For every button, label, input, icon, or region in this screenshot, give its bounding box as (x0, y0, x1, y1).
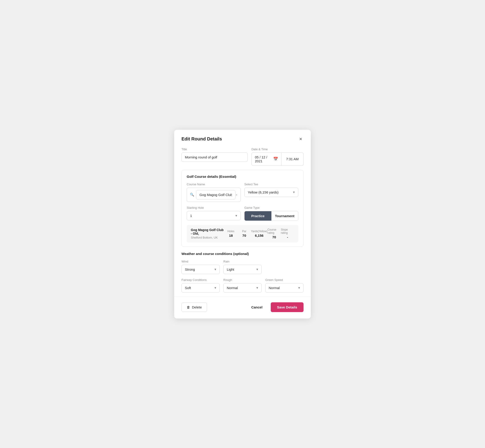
course-rating-label: Course rating (267, 228, 281, 234)
course-name-group: Course Name 🔍 × (187, 183, 241, 202)
game-type-group: Game Type Practice Tournament (244, 206, 298, 221)
select-tee-wrapper: Yellow (6,156 yards) White (6,700 yards)… (244, 188, 298, 197)
fairway-label: Fairway Conditions (181, 278, 220, 282)
hole-gametype-row: Starting Hole 1234 5678 910 ▼ Game Type … (187, 206, 298, 221)
course-name-input[interactable] (196, 190, 235, 200)
rough-group: Rough SoftNormal HardVery Hard ▼ (223, 278, 262, 293)
trash-icon: 🗑 (187, 305, 190, 309)
fairway-group: Fairway Conditions SoftNormal HardVery H… (181, 278, 220, 293)
green-speed-group: Green Speed SlowNormal FastVery Fast ▼ (265, 278, 304, 293)
course-info-card: Gog Magog Golf Club - Old, Shelford Bott… (187, 225, 298, 242)
fairway-dropdown[interactable]: SoftNormal HardVery Hard (181, 283, 220, 293)
wind-group: Wind CalmLightModerate StrongVery Strong… (181, 260, 220, 274)
cancel-button[interactable]: Cancel (247, 303, 267, 312)
starting-hole-dropdown[interactable]: 1234 5678 910 (187, 211, 241, 220)
delete-button[interactable]: 🗑 Delete (181, 303, 207, 312)
delete-label: Delete (192, 305, 202, 309)
rain-group: Rain NoneLight ModerateHeavy ▼ (223, 260, 262, 274)
game-type-toggle: Practice Tournament (244, 211, 298, 221)
course-name-display: Gog Magog Golf Club - Old, (191, 228, 224, 235)
starting-hole-label: Starting Hole (187, 206, 241, 209)
calendar-icon: 📅 (273, 157, 278, 161)
datetime-label: Date & Time (251, 147, 304, 151)
select-tee-dropdown[interactable]: Yellow (6,156 yards) White (6,700 yards)… (244, 188, 298, 197)
modal-header: Edit Round Details × (181, 136, 304, 142)
footer-right: Cancel Save Details (247, 302, 304, 312)
close-button[interactable]: × (298, 136, 304, 142)
starting-hole-group: Starting Hole 1234 5678 910 ▼ (187, 206, 241, 221)
par-label: Par (242, 230, 246, 233)
green-speed-label: Green Speed (265, 278, 304, 282)
title-datetime-row: Title Date & Time 05 / 12 / 2021 📅 7:31 … (181, 147, 304, 166)
course-rating-value: 70 (272, 235, 276, 239)
par-stat: Par 70 (237, 230, 251, 237)
rough-wrapper: SoftNormal HardVery Hard ▼ (223, 283, 262, 293)
time-value: 7:31 AM (286, 157, 299, 161)
date-value: 05 / 12 / 2021 (255, 155, 273, 163)
holes-value: 18 (229, 233, 233, 237)
yards-stat: Yards(Yellow) 6,156 (251, 230, 267, 237)
wind-rain-row: Wind CalmLightModerate StrongVery Strong… (181, 260, 304, 274)
green-speed-wrapper: SlowNormal FastVery Fast ▼ (265, 283, 304, 293)
clear-course-icon[interactable]: × (235, 193, 237, 197)
rain-dropdown[interactable]: NoneLight ModerateHeavy (223, 265, 262, 274)
slope-rating-value: - (287, 235, 288, 239)
datetime-group: Date & Time 05 / 12 / 2021 📅 7:31 AM (251, 147, 304, 166)
tournament-button[interactable]: Tournament (271, 211, 298, 221)
game-type-label: Game Type (244, 206, 298, 209)
select-tee-group: Select Tee Yellow (6,156 yards) White (6… (244, 183, 298, 202)
slope-rating-label: Slope rating (281, 228, 294, 234)
slope-rating-stat: Slope rating - (281, 228, 294, 239)
search-icon: 🔍 (190, 192, 194, 197)
yards-value: 6,156 (255, 233, 264, 237)
par-value: 70 (242, 233, 246, 237)
course-name-input-wrapper: 🔍 × (187, 188, 241, 202)
title-group: Title (181, 147, 248, 166)
save-button[interactable]: Save Details (271, 302, 304, 312)
rain-wrapper: NoneLight ModerateHeavy ▼ (223, 265, 262, 274)
golf-course-title: Golf Course details (Essential) (187, 175, 298, 178)
course-tee-row: Course Name 🔍 × Select Tee Yellow (6,156… (187, 183, 298, 202)
starting-hole-wrapper: 1234 5678 910 ▼ (187, 211, 241, 220)
course-rating-stat: Course rating 70 (267, 228, 281, 239)
course-info-name: Gog Magog Golf Club - Old, Shelford Bott… (191, 228, 224, 239)
date-time-container: 05 / 12 / 2021 📅 7:31 AM (251, 152, 304, 166)
wind-label: Wind (181, 260, 220, 263)
fairway-wrapper: SoftNormal HardVery Hard ▼ (181, 283, 220, 293)
date-box[interactable]: 05 / 12 / 2021 📅 (251, 152, 282, 166)
course-name-label: Course Name (187, 183, 241, 186)
weather-title: Weather and course conditions (optional) (181, 252, 304, 256)
footer-row: 🗑 Delete Cancel Save Details (181, 302, 304, 312)
course-location: Shelford Bottom, UK (191, 236, 224, 239)
select-tee-label: Select Tee (244, 183, 298, 186)
green-speed-dropdown[interactable]: SlowNormal FastVery Fast (265, 283, 304, 293)
holes-label: Holes (227, 230, 234, 233)
yards-label: Yards(Yellow) (251, 230, 267, 233)
fairway-rough-green-row: Fairway Conditions SoftNormal HardVery H… (181, 278, 304, 293)
rain-label: Rain (223, 260, 262, 263)
weather-section: Weather and course conditions (optional)… (181, 252, 304, 293)
wind-wrapper: CalmLightModerate StrongVery Strong ▼ (181, 265, 220, 274)
holes-stat: Holes 18 (224, 230, 238, 237)
practice-button[interactable]: Practice (244, 211, 271, 221)
rough-label: Rough (223, 278, 262, 282)
rough-dropdown[interactable]: SoftNormal HardVery Hard (223, 283, 262, 293)
modal-title: Edit Round Details (181, 136, 222, 142)
time-box[interactable]: 7:31 AM (282, 152, 304, 166)
golf-course-section: Golf Course details (Essential) Course N… (181, 170, 304, 247)
edit-round-modal: Edit Round Details × Title Date & Time 0… (174, 130, 311, 319)
title-input[interactable] (181, 152, 248, 162)
wind-dropdown[interactable]: CalmLightModerate StrongVery Strong (181, 265, 220, 274)
title-label: Title (181, 147, 248, 151)
